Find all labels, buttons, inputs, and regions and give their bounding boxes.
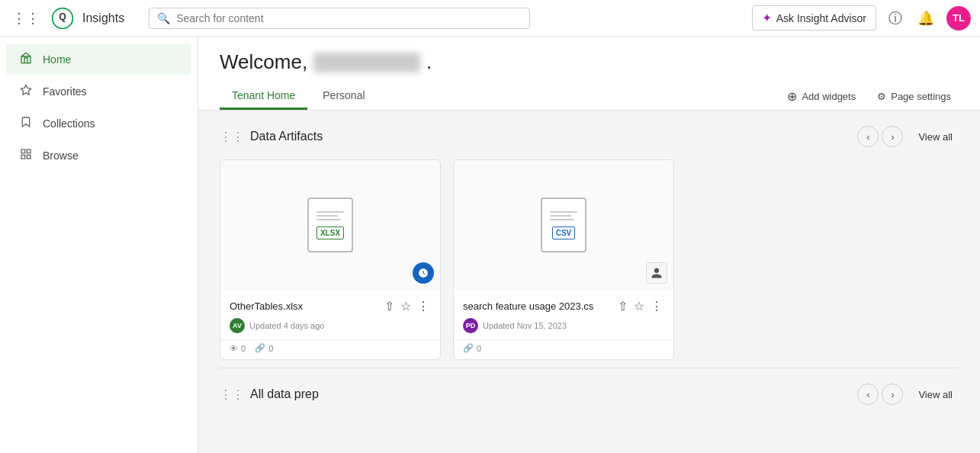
circle-badge-icon xyxy=(413,262,434,284)
add-widgets-label: Add widgets xyxy=(802,91,856,102)
all-data-prep-section: ⋮⋮ All data prep ‹ › View all xyxy=(198,368,980,425)
sidebar-item-home-label: Home xyxy=(43,53,71,66)
svg-rect-2 xyxy=(21,56,31,63)
search-icon: 🔍 xyxy=(157,12,170,24)
links-stat: 🔗 0 xyxy=(255,343,273,353)
card-info-xlsx: OtherTables.xlsx ⇧ ☆ ⋮ AV Updated 4 days… xyxy=(220,290,440,339)
links-count: 0 xyxy=(268,344,273,353)
xlsx-type-label: XLSX xyxy=(316,226,344,239)
prev-button-2[interactable]: ‹ xyxy=(857,384,879,405)
tab-tenant-home[interactable]: Tenant Home xyxy=(220,83,307,110)
welcome-name-blur xyxy=(313,53,420,72)
sidebar-item-collections[interactable]: Collections xyxy=(6,108,191,139)
search-input[interactable] xyxy=(176,12,522,24)
sidebar-item-home[interactable]: Home xyxy=(6,44,191,75)
add-icon: ⊕ xyxy=(787,89,797,104)
welcome-greeting: Welcome, xyxy=(220,50,307,74)
sidebar-item-favorites[interactable]: Favorites xyxy=(6,76,191,107)
tabs-bar: Tenant Home Personal ⊕ Add widgets ⚙ Pag… xyxy=(220,83,959,110)
link-icon-csv: 🔗 xyxy=(463,343,474,353)
notification-icon[interactable]: 🔔 xyxy=(914,7,937,30)
home-icon xyxy=(18,52,34,67)
data-artifacts-section: ⋮⋮ Data Artifacts ‹ › View all xyxy=(198,111,980,368)
avatar-pd: PD xyxy=(463,318,478,333)
card-updated-xlsx: Updated 4 days ago xyxy=(249,321,324,330)
card-preview-xlsx: XLSX xyxy=(220,160,440,290)
all-data-prep-header: ⋮⋮ All data prep ‹ › View all xyxy=(220,384,959,405)
welcome-period: . xyxy=(426,50,432,74)
eye-icon: 👁 xyxy=(230,344,238,353)
topnav-actions: ✦ Ask Insight Advisor ⓘ 🔔 TL xyxy=(752,5,971,31)
page-settings-label: Page settings xyxy=(891,91,951,102)
topnav: ⋮⋮ Q Insights 🔍 ✦ Ask Insight Advisor ⓘ … xyxy=(0,0,980,37)
ask-insight-button[interactable]: ✦ Ask Insight Advisor xyxy=(752,5,876,31)
svg-rect-7 xyxy=(27,155,31,159)
card-actions-csv: ⇧ ☆ ⋮ xyxy=(616,297,664,315)
svg-marker-3 xyxy=(21,85,31,95)
star-icon xyxy=(18,84,34,99)
card-meta-xlsx: AV Updated 4 days ago xyxy=(230,318,431,333)
links-count-csv: 0 xyxy=(477,344,481,353)
card-meta-csv: PD Updated Nov 15, 2023 xyxy=(463,318,664,333)
page-settings-button[interactable]: ⚙ Page settings xyxy=(869,86,959,107)
card-othertables: XLSX OtherTables.xlsx ⇧ ☆ ⋮ xyxy=(220,159,441,360)
card-stats-csv: 🔗 0 xyxy=(454,339,673,359)
section-nav-2: ‹ › View all xyxy=(857,384,959,405)
card-stats-xlsx: 👁 0 🔗 0 xyxy=(220,339,440,359)
svg-rect-4 xyxy=(21,149,25,153)
card-search-feature: CSV search feature usage 2023.cs ⇧ ☆ xyxy=(453,159,674,360)
card-info-csv: search feature usage 2023.cs ⇧ ☆ ⋮ PD Up… xyxy=(454,290,673,339)
tab-personal[interactable]: Personal xyxy=(310,83,377,110)
views-stat: 👁 0 xyxy=(230,344,246,353)
data-artifacts-title: ⋮⋮ Data Artifacts xyxy=(220,130,857,144)
view-all-button[interactable]: View all xyxy=(912,128,959,146)
xlsx-file-icon: XLSX xyxy=(307,198,353,252)
view-all-button-2[interactable]: View all xyxy=(912,386,959,403)
card-info-row-csv: search feature usage 2023.cs ⇧ ☆ ⋮ xyxy=(463,297,664,315)
link-icon: 🔗 xyxy=(255,343,265,353)
star-button[interactable]: ☆ xyxy=(399,297,413,315)
sidebar-item-collections-label: Collections xyxy=(43,117,95,130)
prev-button[interactable]: ‹ xyxy=(857,126,879,147)
upload-button-csv[interactable]: ⇧ xyxy=(616,297,629,315)
bookmark-icon xyxy=(18,116,34,131)
links-stat-csv: 🔗 0 xyxy=(463,343,481,353)
avatar[interactable]: TL xyxy=(946,6,971,31)
card-actions: ⇧ ☆ ⋮ xyxy=(383,297,431,315)
csv-file-icon: CSV xyxy=(541,198,586,252)
sidebar: Home Favorites Collections Browse xyxy=(0,37,198,453)
grid-menu-icon[interactable]: ⋮⋮ xyxy=(9,7,43,30)
sidebar-item-browse-label: Browse xyxy=(43,149,79,162)
svg-rect-5 xyxy=(27,149,31,153)
sidebar-item-browse[interactable]: Browse xyxy=(6,140,191,171)
more-button-csv[interactable]: ⋮ xyxy=(649,297,664,315)
more-button[interactable]: ⋮ xyxy=(416,297,431,315)
next-button-2[interactable]: › xyxy=(882,384,903,405)
cards-row: XLSX OtherTables.xlsx ⇧ ☆ ⋮ xyxy=(220,159,959,360)
search-bar: 🔍 xyxy=(149,8,530,29)
tab-actions: ⊕ Add widgets ⚙ Page settings xyxy=(779,85,959,108)
drag-handle-icon: ⋮⋮ xyxy=(220,130,244,144)
file-lines xyxy=(316,211,344,220)
views-count: 0 xyxy=(241,344,246,353)
add-widgets-button[interactable]: ⊕ Add widgets xyxy=(779,85,863,108)
card-preview-csv: CSV xyxy=(454,160,673,290)
help-icon[interactable]: ⓘ xyxy=(885,6,905,31)
upload-button[interactable]: ⇧ xyxy=(383,297,396,315)
main-content: Welcome, . Tenant Home Personal ⊕ Add wi… xyxy=(198,37,980,453)
person-badge-icon xyxy=(646,262,667,284)
svg-rect-6 xyxy=(21,155,25,159)
card-name-csv: search feature usage 2023.cs xyxy=(463,300,610,312)
card-name-xlsx: OtherTables.xlsx xyxy=(230,300,377,312)
svg-text:Q: Q xyxy=(59,11,66,22)
sidebar-item-favorites-label: Favorites xyxy=(43,85,87,98)
csv-type-label: CSV xyxy=(552,226,576,239)
card-info-row: OtherTables.xlsx ⇧ ☆ ⋮ xyxy=(230,297,431,315)
all-data-prep-title: ⋮⋮ All data prep xyxy=(220,387,857,402)
browse-icon xyxy=(18,148,34,163)
spark-icon: ✦ xyxy=(762,11,772,25)
ask-insight-label: Ask Insight Advisor xyxy=(776,12,866,24)
next-button[interactable]: › xyxy=(882,126,903,147)
star-button-csv[interactable]: ☆ xyxy=(632,297,646,315)
app-title: Insights xyxy=(82,11,124,25)
